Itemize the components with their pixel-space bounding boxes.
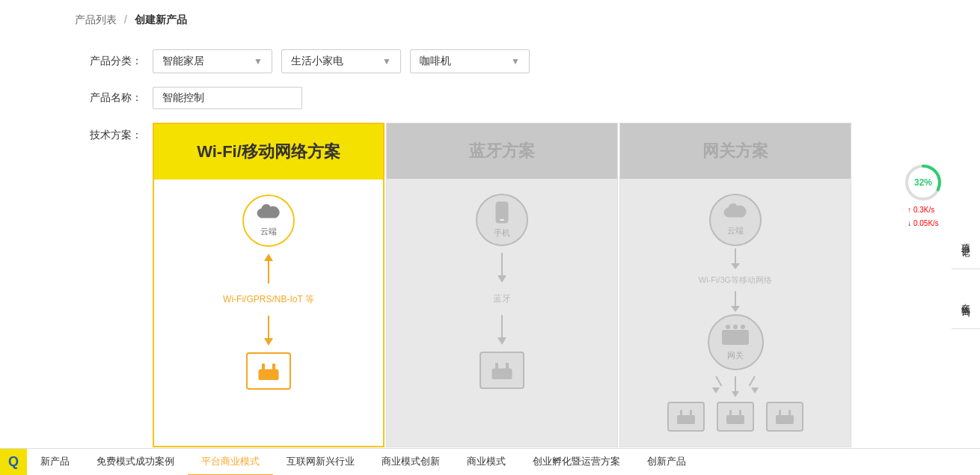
download-speed: ↓ 0.05K/s	[907, 217, 939, 230]
product-name-input[interactable]	[153, 87, 302, 109]
wifi-card[interactable]: Wi-Fi/移动网络方案 云端	[153, 123, 385, 447]
breadcrumb-link[interactable]: 产品列表	[75, 13, 117, 25]
svg-rect-18	[776, 415, 794, 424]
svg-point-11	[741, 325, 745, 329]
tech-cards: Wi-Fi/移动网络方案 云端	[153, 123, 851, 447]
svg-rect-5	[492, 369, 512, 379]
category-select-1[interactable]: 智能家居 ▼	[153, 49, 272, 73]
sidebar-item-online-consult[interactable]: 在线咨询	[952, 269, 980, 329]
category-select-3[interactable]: 咖啡机 ▼	[410, 49, 530, 73]
tech-label: 技术方案	[75, 123, 142, 142]
gw-arrow-line-2	[735, 291, 736, 306]
arrow-down-icon	[264, 338, 273, 346]
gateway-card-body: 云端 Wi-Fi/3G等移动网络	[620, 179, 851, 447]
form-area: 产品分类 智能家居 ▼ 生活小家电 ▼ 咖啡机 ▼ 产品名称	[0, 34, 980, 462]
breadcrumb: 产品列表 / 创建新产品	[0, 0, 980, 34]
svg-rect-17	[739, 410, 741, 415]
bottom-nav-items: 新产品 免费模式成功案例 平台商业模式 互联网新兴行业 商业模式创新 商业模式 …	[27, 449, 980, 476]
wifi-card-body: 云端 Wi-Fi/GPRS/NB-IoT 等	[154, 180, 383, 434]
wifi-diagram: 云端 Wi-Fi/GPRS/NB-IoT 等	[169, 194, 368, 390]
svg-rect-6	[495, 363, 498, 369]
gw-sub-connection: Wi-Fi/3G等移动网络	[699, 275, 772, 286]
bt-arrow-line-2	[501, 315, 503, 337]
chevron-down-icon-3: ▼	[511, 56, 520, 67]
svg-rect-8	[722, 330, 749, 345]
wifi-connection-label: Wi-Fi/GPRS/NB-IoT 等	[223, 293, 314, 306]
arrow-line-up	[268, 261, 269, 284]
bt-arrow-line	[501, 253, 503, 275]
arrow-up-icon	[264, 254, 273, 261]
svg-rect-4	[500, 219, 504, 221]
chevron-down-icon-2: ▼	[382, 56, 391, 67]
progress-percent: 32%	[914, 177, 932, 188]
svg-point-10	[733, 325, 738, 329]
name-row: 产品名称	[75, 87, 905, 109]
cloud-label: 云端	[260, 226, 277, 237]
gw-gateway-label: 网关	[727, 350, 744, 361]
gateway-card[interactable]: 网关方案 云端	[619, 123, 851, 447]
phone-label: 手机	[494, 227, 510, 239]
nav-item-free-mode[interactable]: 免费模式成功案例	[83, 449, 188, 476]
progress-circle-container: 32%	[904, 163, 943, 202]
chevron-down-icon-1: ▼	[254, 56, 263, 67]
svg-rect-16	[729, 410, 732, 415]
nav-item-commerce-innovation[interactable]: 商业模式创新	[368, 449, 453, 476]
svg-rect-20	[788, 410, 791, 415]
svg-rect-15	[726, 415, 744, 424]
sidebar-menu: 项目登记 在线咨询	[952, 209, 980, 329]
bluetooth-diagram: 手机 蓝牙	[402, 194, 602, 389]
bluetooth-card[interactable]: 蓝牙方案 手机	[386, 123, 618, 447]
gateway-diagram: 云端 Wi-Fi/3G等移动网络	[635, 194, 836, 432]
category-row: 产品分类 智能家居 ▼ 生活小家电 ▼ 咖啡机 ▼	[75, 49, 905, 73]
speed-info: ↑ 0.3K/s ↓ 0.05K/s	[907, 203, 939, 230]
bt-connection-label: 蓝牙	[493, 292, 511, 305]
bottom-nav: Q 新产品 免费模式成功案例 平台商业模式 互联网新兴行业 商业模式创新 商业模…	[0, 448, 980, 475]
gw-arrow-tip-2	[731, 306, 740, 312]
category-select-2[interactable]: 生活小家电 ▼	[281, 49, 401, 73]
bottom-nav-logo: Q	[0, 449, 27, 476]
nav-item-commerce-mode[interactable]: 商业模式	[453, 449, 519, 476]
gw-arrow-line-1	[735, 248, 736, 263]
gw-gateway-circle: 网关	[708, 314, 764, 370]
device-partial	[242, 352, 295, 390]
svg-rect-0	[259, 370, 278, 380]
svg-point-9	[726, 325, 730, 329]
nav-item-new-product[interactable]: 新产品	[27, 449, 83, 476]
bluetooth-card-body: 手机 蓝牙	[387, 179, 617, 433]
bt-arrow-tip-2	[497, 337, 506, 345]
nav-item-internet-emerging[interactable]: 互联网新兴行业	[273, 449, 368, 476]
nav-item-platform-commerce[interactable]: 平台商业模式	[188, 449, 273, 476]
sidebar-item-project-register[interactable]: 项目登记	[952, 209, 980, 269]
gw-arrow-tip-1	[731, 263, 740, 269]
bluetooth-card-header: 蓝牙方案	[387, 123, 617, 179]
page-wrapper: 产品列表 / 创建新产品 产品分类 智能家居 ▼ 生活小家电 ▼ 咖啡机 ▼	[0, 0, 980, 475]
breadcrumb-separator: /	[124, 13, 127, 25]
bt-device-partial	[476, 352, 528, 389]
wifi-card-header: Wi-Fi/移动网络方案	[154, 124, 383, 180]
svg-rect-2	[272, 364, 275, 370]
arrow-line-down	[268, 316, 269, 338]
gw-devices-row	[635, 402, 836, 432]
category-label: 产品分类	[75, 55, 142, 68]
phone-circle: 手机	[476, 194, 528, 246]
upload-speed: ↑ 0.3K/s	[907, 203, 939, 217]
gw-multi-arrows	[712, 376, 759, 399]
nav-item-incubation[interactable]: 创业孵化暨运营方案	[519, 449, 634, 476]
select-value-3: 咖啡机	[420, 55, 451, 68]
select-value-2: 生活小家电	[291, 55, 343, 68]
select-value-1: 智能家居	[162, 55, 204, 68]
svg-rect-19	[779, 410, 781, 415]
progress-widget: 32% ↑ 0.3K/s ↓ 0.05K/s	[904, 163, 943, 230]
select-group: 智能家居 ▼ 生活小家电 ▼ 咖啡机 ▼	[153, 49, 530, 73]
svg-rect-12	[677, 415, 695, 424]
svg-rect-1	[262, 364, 265, 370]
gateway-card-header: 网关方案	[620, 123, 851, 179]
svg-rect-13	[680, 410, 682, 415]
nav-item-create-product[interactable]: 创新产品	[634, 449, 699, 476]
svg-rect-14	[690, 410, 692, 415]
gw-cloud-label: 云端	[727, 225, 744, 236]
svg-rect-7	[506, 363, 509, 369]
breadcrumb-current: 创建新产品	[135, 13, 187, 25]
gw-cloud-circle: 云端	[709, 194, 762, 246]
tech-row: 技术方案 Wi-Fi/移动网络方案 云端	[75, 123, 905, 447]
